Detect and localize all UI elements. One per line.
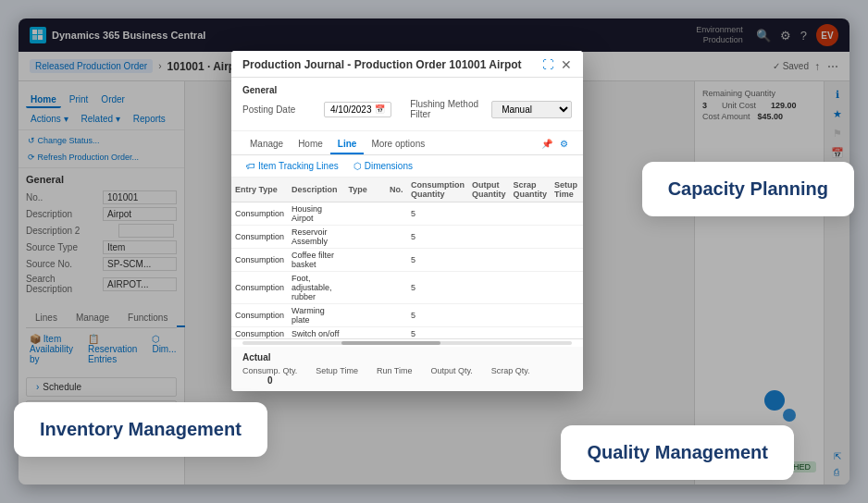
modal-title: Production Journal - Production Order 10… [242, 58, 522, 71]
modal-close-btn[interactable]: ✕ [561, 58, 572, 71]
table-cell: Coffee filter basket [288, 249, 344, 272]
col-no: No. [386, 178, 407, 202]
consump-val: 0 [242, 375, 297, 386]
table-row[interactable]: ConsumptionFoot, adjustable, rubber5 [231, 272, 583, 304]
calendar-icon[interactable]: 📅 [375, 104, 385, 114]
table-cell: 5 [407, 249, 468, 272]
table-cell [468, 327, 510, 340]
table-cell: Switch on/off [288, 327, 344, 340]
actual-section: Actual Consump. Qty. 0 Setup Time Run Ti… [231, 347, 583, 391]
table-cell [509, 327, 551, 340]
table-cell [468, 304, 510, 327]
table-cell [386, 272, 407, 304]
actual-cols-row: Consump. Qty. 0 Setup Time Run Time Outp… [242, 366, 572, 386]
table-cell [468, 202, 510, 226]
table-cell: Reservoir Assembly [288, 226, 344, 249]
consump-label: Consump. Qty. [242, 366, 297, 375]
actual-setup: Setup Time [316, 366, 358, 386]
flushing-filter-label: Flushing Method Filter [410, 99, 484, 119]
table-cell: Consumption [231, 202, 288, 226]
modal-toolbar: 🏷 Item Tracking Lines ⬡ Dimensions [231, 155, 583, 178]
table-cell [509, 249, 551, 272]
modal-general-title: General [242, 85, 572, 95]
table-row[interactable]: ConsumptionHousing Airpot5 [231, 202, 583, 226]
scrap-label: Scrap Qty. [491, 366, 530, 375]
table-cell [386, 327, 407, 340]
col-setup-time: Setup Time [551, 178, 583, 202]
table-cell: Consumption [231, 249, 288, 272]
table-cell [551, 304, 583, 327]
modal-nav-line[interactable]: Line [330, 135, 365, 154]
modal-general-section: General Posting Date 4/10/2023 📅 Flushin… [231, 78, 583, 131]
modal-nav-manage[interactable]: Manage [242, 135, 291, 154]
capacity-card-text: Capacity Planning [668, 178, 828, 199]
modal-header: Production Journal - Production Order 10… [231, 51, 583, 78]
scrollbar-thumb [341, 341, 440, 345]
inventory-card-text: Inventory Management [40, 419, 242, 439]
actual-title: Actual [242, 352, 572, 362]
setup-label: Setup Time [316, 366, 358, 375]
table-cell: 5 [407, 304, 468, 327]
table-cell [509, 304, 551, 327]
run-val [377, 375, 413, 386]
table-cell: Consumption [231, 327, 288, 340]
col-description: Description [288, 178, 344, 202]
table-cell: 5 [407, 202, 468, 226]
output-label: Output Qty. [430, 366, 472, 375]
posting-date-input[interactable]: 4/10/2023 📅 [324, 102, 391, 117]
table-cell [509, 226, 551, 249]
tracking-icon: 🏷 [246, 161, 255, 171]
table-cell [551, 249, 583, 272]
posting-date-label: Posting Date [242, 104, 316, 115]
col-type: Type [344, 178, 386, 202]
table-cell [468, 272, 510, 304]
production-journal-modal: Production Journal - Production Order 10… [231, 51, 583, 391]
table-row[interactable]: ConsumptionWarming plate5 [231, 304, 583, 327]
flushing-filter-select[interactable]: Manual [491, 101, 572, 118]
output-val [430, 375, 472, 386]
quality-card-text: Quality Management [587, 442, 768, 462]
table-cell: 5 [407, 226, 468, 249]
table-cell [386, 226, 407, 249]
table-cell: Consumption [231, 304, 288, 327]
table-cell [551, 327, 583, 340]
actual-output: Output Qty. [430, 366, 472, 386]
table-cell [386, 304, 407, 327]
modal-table-container[interactable]: Entry Type Description Type No. Consumpt… [231, 178, 583, 339]
table-cell [551, 226, 583, 249]
table-cell [344, 304, 386, 327]
modal-nav-more[interactable]: More options [364, 135, 432, 154]
table-row[interactable]: ConsumptionReservoir Assembly5 [231, 226, 583, 249]
modal-expand-icon[interactable]: ⛶ [542, 58, 553, 71]
run-label: Run Time [377, 366, 413, 375]
table-cell [344, 202, 386, 226]
table-cell [551, 272, 583, 304]
table-cell [344, 327, 386, 340]
table-cell: 5 [407, 272, 468, 304]
table-cell: Warming plate [288, 304, 344, 327]
col-entry-type: Entry Type [231, 178, 288, 202]
table-cell [468, 249, 510, 272]
scrap-val [491, 375, 530, 386]
col-out-qty: OutputQuantity [468, 178, 510, 202]
table-cell [551, 202, 583, 226]
table-cell [344, 249, 386, 272]
table-cell [509, 272, 551, 304]
table-scrollbar[interactable] [242, 341, 572, 345]
capacity-planning-card: Capacity Planning [642, 162, 854, 216]
table-cell [386, 202, 407, 226]
modal-pin-icon[interactable]: 📌 [538, 135, 556, 154]
table-cell: 5 [407, 327, 468, 340]
table-row[interactable]: ConsumptionSwitch on/off5 [231, 327, 583, 340]
table-cell [386, 249, 407, 272]
table-cell [509, 202, 551, 226]
table-row[interactable]: ConsumptionCoffee filter basket5 [231, 249, 583, 272]
dimensions-btn[interactable]: ⬡ Dimensions [350, 159, 416, 173]
table-cell [468, 226, 510, 249]
item-tracking-btn[interactable]: 🏷 Item Tracking Lines [242, 159, 342, 173]
modal-settings-icon[interactable]: ⚙ [556, 135, 572, 154]
modal-nav-home[interactable]: Home [291, 135, 330, 154]
quality-management-card: Quality Management [561, 425, 794, 480]
table-cell: Foot, adjustable, rubber [288, 272, 344, 304]
actual-run: Run Time [377, 366, 413, 386]
